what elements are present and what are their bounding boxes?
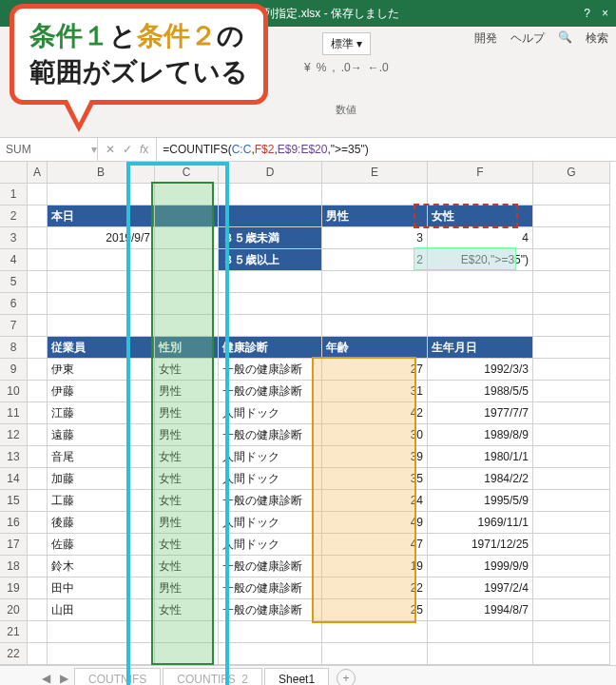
ribbon-tabs: 開発 ヘルプ 🔍 検索 [474,30,608,47]
select-all-corner[interactable] [0,162,28,184]
name-box[interactable]: SUM ▾ [0,138,98,161]
col-header[interactable]: A [28,162,48,184]
active-cell[interactable]: E$20,">=35") [428,249,533,271]
formula-bar-buttons: ✕ ✓ fx [98,138,157,161]
window-help-icon[interactable]: ? [584,7,590,20]
percent-icon[interactable]: % [317,61,327,74]
comma-icon[interactable]: , [332,61,335,74]
cancel-icon[interactable]: ✕ [106,143,115,156]
col-header[interactable]: E [322,162,428,184]
chevron-down-icon[interactable]: ▾ [91,143,97,156]
formula-bar[interactable]: =COUNTIFS(C:C,F$2,E$9:E$20,">=35") [157,138,616,161]
cell[interactable]: 本日 [48,206,155,227]
increase-decimal-icon[interactable]: .0→ [341,61,362,74]
decrease-decimal-icon[interactable]: ←.0 [368,61,389,74]
currency-icon[interactable]: ¥ [304,61,311,74]
sheet-tab-active[interactable]: Sheet1 [264,668,329,686]
search-icon[interactable]: 🔍 [558,30,572,47]
ribbon-group-label: 数値 [336,103,356,117]
sheet-tab-bar: ◀ ▶ COUTNIFS COUNTIFS_2 Sheet1 + [0,665,616,685]
ribbon-number-group: 標準 ▾ ¥ % , .0→ ←.0 数値 [304,32,389,117]
ribbon-tab[interactable]: ヘルプ [510,30,545,47]
col-header[interactable]: C [155,162,219,184]
col-header[interactable]: G [533,162,610,184]
col-header[interactable]: B [48,162,155,184]
sheet-nav-prev-icon[interactable]: ◀ [38,672,54,685]
sheet-nav-next-icon[interactable]: ▶ [56,672,72,685]
sheet-tab[interactable]: COUNTIFS_2 [163,668,262,686]
ribbon-tab[interactable]: 開発 [474,30,497,47]
col-header[interactable]: D [219,162,322,184]
callout-tail [62,100,96,132]
number-format-select[interactable]: 標準 ▾ [322,32,371,55]
sheet-tab[interactable]: COUTNIFS [74,668,161,686]
col-header[interactable]: F [428,162,533,184]
row-header[interactable]: 2 [0,206,28,227]
formula-bar-row: SUM ▾ ✕ ✓ fx =COUNTIFS(C:C,F$2,E$9:E$20,… [0,138,616,162]
fx-icon[interactable]: fx [140,143,148,156]
spreadsheet-grid[interactable]: A B C D E F G 1 2 本日 男性 女性 3 2019/9/7 ３５… [0,162,616,665]
enter-icon[interactable]: ✓ [123,143,132,156]
window-close-icon[interactable]: × [602,7,608,20]
ribbon-tab[interactable]: 検索 [586,30,608,47]
callout-text: 条件１ [29,21,109,50]
row-header[interactable]: 1 [0,184,28,206]
annotation-callout: 条件１と条件２の 範囲がズレている [10,4,268,105]
new-sheet-button[interactable]: + [337,669,356,685]
